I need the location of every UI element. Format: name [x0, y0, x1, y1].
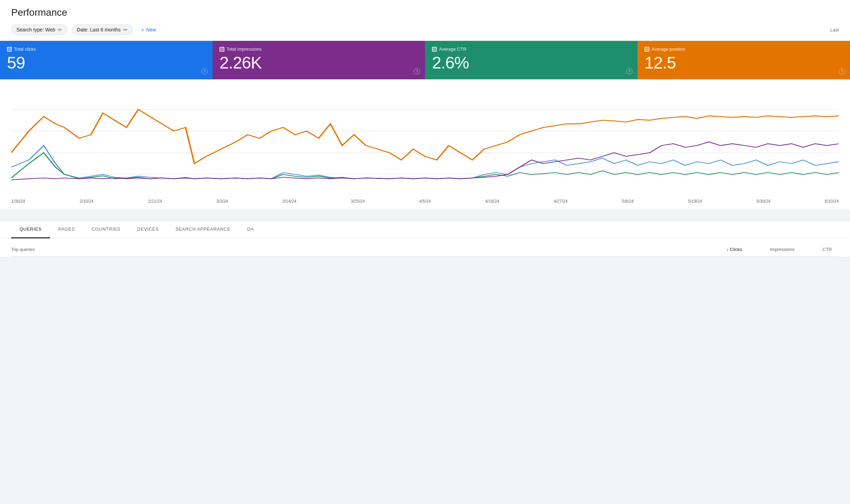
tab-da[interactable]: DA [239, 221, 262, 238]
sort-arrow-icon: ↓ [726, 247, 729, 252]
metric-impressions-label: Total impressions [226, 46, 261, 52]
tab-queries[interactable]: QUERIES [11, 221, 50, 238]
metric-card-impressions[interactable]: Total impressions 2.26K ? [212, 41, 425, 79]
x-axis-labels: 1/30/24 2/10/24 2/21/24 3/3/24 3/14/24 3… [11, 196, 839, 204]
date-edit-icon: ✏ [123, 27, 128, 33]
section-divider [0, 209, 850, 215]
metric-ctr-label-row: Average CTR [432, 46, 631, 52]
x-label-10: 5/19/24 [688, 199, 702, 204]
metric-position-label: Average position [651, 46, 685, 52]
table-header-row: Top queries ↓ Clicks Impressions CTR [11, 238, 839, 257]
x-label-9: 5/8/24 [622, 199, 634, 204]
page-container: Performance Search type: Web ✏ Date: Las… [0, 0, 850, 257]
x-label-12: 6/10/24 [825, 199, 839, 204]
last-updated-label: Last [830, 27, 839, 33]
table-section: Top queries ↓ Clicks Impressions CTR [0, 238, 850, 257]
x-label-3: 3/3/24 [216, 199, 228, 204]
x-label-1: 2/10/24 [80, 199, 94, 204]
col-top-queries: Top queries [11, 247, 35, 252]
date-filter[interactable]: Date: Last 6 months ✏ [72, 24, 133, 35]
x-label-5: 3/25/24 [351, 199, 365, 204]
header-section: Performance Search type: Web ✏ Date: Las… [0, 0, 850, 41]
metric-card-clicks[interactable]: Total clicks 59 ? [0, 41, 212, 79]
x-label-7: 4/16/24 [485, 199, 499, 204]
x-label-8: 4/27/24 [554, 199, 568, 204]
chart-wrapper [11, 88, 839, 196]
metric-impressions-label-row: Total impressions [219, 46, 418, 52]
x-label-11: 5/30/24 [756, 199, 770, 204]
tabs-bar: QUERIES PAGES COUNTRIES DEVICES SEARCH A… [0, 221, 850, 238]
page-title: Performance [11, 7, 839, 18]
x-label-4: 3/14/24 [282, 199, 296, 204]
plus-icon: + [141, 27, 144, 33]
metric-clicks-checkbox[interactable] [7, 47, 12, 52]
x-label-6: 4/5/24 [419, 199, 431, 204]
metric-clicks-help-icon[interactable]: ? [201, 68, 208, 74]
tab-pages[interactable]: PAGES [50, 221, 83, 238]
metric-ctr-label: Average CTR [439, 46, 467, 52]
new-button-label: New [146, 27, 156, 33]
metrics-section: Total clicks 59 ? Total impressions 2.26… [0, 41, 850, 79]
metric-impressions-checkbox[interactable] [219, 47, 224, 52]
col-impressions[interactable]: Impressions [770, 247, 794, 252]
metric-card-ctr[interactable]: Average CTR 2.6% ? [425, 41, 638, 79]
metric-impressions-value: 2.26K [219, 54, 418, 72]
search-type-label: Search type: Web [16, 27, 55, 33]
metric-position-value: 12.5 [644, 54, 843, 72]
tab-search-appearance[interactable]: SEARCH APPEARANCE [167, 221, 239, 238]
metric-clicks-label: Total clicks [14, 46, 36, 52]
search-type-edit-icon: ✏ [58, 27, 62, 33]
metric-ctr-checkbox[interactable] [432, 47, 437, 52]
metric-impressions-help-icon[interactable]: ? [414, 68, 420, 74]
tab-devices[interactable]: DEVICES [129, 221, 167, 238]
metric-clicks-value: 59 [7, 54, 206, 72]
new-button[interactable]: + New [137, 25, 160, 35]
metric-clicks-label-row: Total clicks [7, 46, 206, 52]
x-label-0: 1/30/24 [11, 199, 25, 204]
metric-position-help-icon[interactable]: ? [839, 68, 845, 74]
performance-chart [11, 88, 839, 196]
col-ctr[interactable]: CTR [822, 247, 832, 252]
tab-countries[interactable]: COUNTRIES [83, 221, 129, 238]
x-label-2: 2/21/24 [148, 199, 162, 204]
metric-position-checkbox[interactable] [644, 47, 649, 52]
filter-bar: Search type: Web ✏ Date: Last 6 months ✏… [11, 24, 839, 41]
tabs-section: QUERIES PAGES COUNTRIES DEVICES SEARCH A… [0, 221, 850, 257]
date-label: Date: Last 6 months [77, 27, 121, 33]
metric-card-position[interactable]: Average position 12.5 ? [638, 41, 850, 79]
metric-ctr-value: 2.6% [432, 54, 631, 72]
search-type-filter[interactable]: Search type: Web ✏ [11, 24, 67, 35]
col-clicks[interactable]: ↓ Clicks [726, 247, 742, 252]
metric-position-label-row: Average position [644, 46, 843, 52]
chart-section: 1/30/24 2/10/24 2/21/24 3/3/24 3/14/24 3… [0, 79, 850, 209]
metric-ctr-help-icon[interactable]: ? [626, 68, 633, 74]
